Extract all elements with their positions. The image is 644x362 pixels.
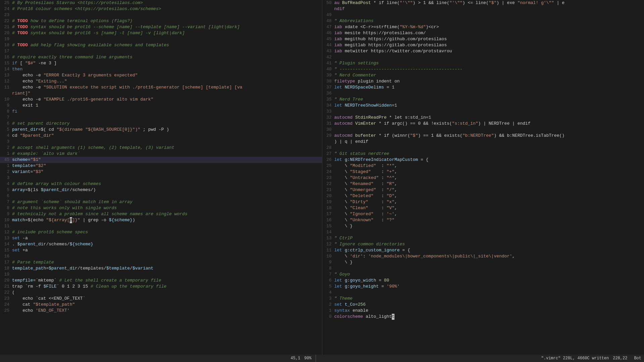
table-row: 3 — [0, 139, 322, 145]
table-row: 31 autocmd VimEnter * if argc() == 0 && … — [322, 121, 644, 127]
table-row: 40 " -----------------------------------… — [322, 66, 644, 72]
table-row: 1 template="$2" — [0, 163, 322, 169]
table-row: 24 # Prot16 colour schemes <https://prot… — [0, 6, 322, 12]
table-row: 13 " CtrlP — [322, 235, 644, 241]
table-row: 17 # Parse template — [0, 259, 322, 265]
table-row: 20 tempfile=`mktemp` # Let the shell cre… — [0, 278, 322, 284]
table-row: 38 filetype plugin indent on — [322, 78, 644, 84]
table-row: 16 — [0, 253, 322, 259]
table-row: 23 \ "Untracked" : "^", — [322, 175, 644, 181]
left-percent: 90% — [304, 356, 312, 361]
vim-mode-bot: Bot — [631, 356, 644, 361]
table-row: 2 set t_Co=256 — [322, 302, 644, 308]
table-row: riant]" — [0, 90, 322, 97]
right-pane: 50 au BufReadPost * if line("'\"") > 1 &… — [322, 0, 644, 355]
table-row: 35 " Nerd Tree — [322, 97, 644, 103]
table-row: 7 " Goyo — [322, 272, 644, 278]
table-row: 7 — [0, 115, 322, 121]
table-row: 22 ( — [0, 290, 322, 296]
table-row: 6 let g:goyo_width = 80 — [322, 278, 644, 284]
table-row: 24 \ "Staged" : "+", — [322, 169, 644, 175]
table-row: 47 iab xdate <C-r>=strftime("%Y-%m-%d")<… — [322, 24, 644, 30]
table-row: 12 " Ignore common directories — [322, 241, 644, 247]
table-row: 26 let g:NERDTreeIndicatorMapCustom = { — [322, 157, 644, 163]
left-position: 45,1 — [290, 356, 300, 361]
table-row: 33 — [322, 109, 644, 115]
table-row: 20 \ "Deleted" : "D", — [322, 193, 644, 199]
right-status: ".vimrc" 228L, 4660C written 228,22 — [316, 356, 632, 361]
table-row: 17 \ "Ignored" : '~', — [322, 211, 644, 217]
table-row: 48 " Abbreviations — [322, 18, 644, 24]
table-row: 25 \ "Modified" : "*", — [322, 163, 644, 169]
table-row: 1 # example: `alto vim dark` — [0, 151, 322, 157]
table-row: 15 set +a — [0, 247, 322, 253]
table-row: 28 — [322, 145, 644, 151]
table-row: 5 let g:goyo_height = '90%' — [322, 284, 644, 290]
table-row: 50 au BufReadPost * if line("'\"") > 1 &… — [322, 0, 644, 6]
table-row: 3 " Theme — [322, 296, 644, 302]
table-row: 39 " Nerd Commenter — [322, 72, 644, 78]
table-row: 22 \ "Renamed" : "R", — [322, 181, 644, 187]
table-row: 18 # TODO add help flag showing availabl… — [0, 42, 322, 48]
table-row: 5 parent_dir=$( cd "$(dirname "${BASH_SO… — [0, 127, 322, 133]
table-row: 41 " Plugin settings — [322, 60, 644, 66]
table-row: 9 # technically not a problem since all … — [0, 211, 322, 217]
table-row: 49 — [322, 12, 644, 18]
table-row: 9 \ } — [322, 259, 644, 265]
table-row: 12 # include prot16 scheme specs — [0, 229, 322, 235]
table-row: 32 autocmd StdinReadPre * let s:std_in=1 — [322, 115, 644, 121]
left-code-area[interactable]: 25 # By Protesilaos Stavrou <https://pro… — [0, 0, 322, 355]
table-row: 11 let g:ctrlp_custom_ignore = { — [322, 247, 644, 253]
status-bar: 45,1 90% ".vimrc" 228L, 4660C written 22… — [0, 355, 644, 362]
table-row: 4 — [322, 290, 644, 296]
table-row: 19 \ "Dirty" : "x", — [322, 199, 644, 205]
table-row: 14 then — [0, 66, 322, 72]
table-row: 24 cat "$template_path" — [0, 302, 322, 308]
table-row: 29 autocmd bufenter * if (winnr("$") == … — [322, 133, 644, 139]
table-row: 42 — [322, 54, 644, 60]
table-row: 27 " Git status nerdtree — [322, 151, 644, 157]
table-row: 15 if [ "$#" -ne 3 ] — [0, 60, 322, 66]
table-row: 23 — [0, 12, 322, 18]
table-row: 18 \ "Clean" : "V", — [322, 205, 644, 211]
table-row: 44 iab megitlab https://gitlab.com/prote… — [322, 42, 644, 48]
table-row: 0 colorscheme alto_lightt — [322, 314, 644, 320]
table-row: 5 array=$(ls $parent_dir/schemes/) — [0, 187, 322, 193]
table-row: 45 scheme="$1" — [0, 157, 322, 163]
table-row: 7 # argument `scheme` should match item … — [0, 199, 322, 205]
table-row: 10 echo -e "EXAMPLE ./prot16-generator a… — [0, 97, 322, 103]
right-position: 228,22 — [613, 356, 627, 361]
table-row: 18 template_path=$parent_dir/templates/$… — [0, 265, 322, 272]
editor-container: 25 # By Protesilaos Stavrou <https://pro… — [0, 0, 644, 355]
table-row: 25 # By Protesilaos Stavrou <https://pro… — [0, 0, 322, 6]
table-row: 6 — [0, 193, 322, 199]
table-row: 43 iab metwitter https://twitter.com/pro… — [322, 48, 644, 54]
right-code-area[interactable]: 50 au BufReadPost * if line("'\"") > 1 &… — [322, 0, 644, 355]
table-row: 6 # set parent directory — [0, 121, 322, 127]
table-row: 21 # TODO syntax should be prot16 --sche… — [0, 24, 322, 30]
table-row: 19 — [0, 272, 322, 278]
table-row: 14 . $parent_dir/schemes/${scheme} — [0, 241, 322, 247]
table-row: 9 exit 1 — [0, 103, 322, 109]
table-row: 4 # define array with colour schemes — [0, 181, 322, 187]
table-row: 30 — [322, 127, 644, 133]
table-row: 8 # note this works only with single wor… — [0, 205, 322, 211]
table-row: 20 # TODO syntax should be prot16 -s [na… — [0, 30, 322, 36]
table-row: 11 — [0, 223, 322, 229]
table-row: 21 trap `rm -f $FILE` 0 1 2 3 15 # Clean… — [0, 284, 322, 290]
table-row: 46 iab mesite https://protesilaos.com/ — [322, 30, 644, 36]
left-status: 45,1 90% — [0, 356, 316, 361]
table-row: 19 — [0, 36, 322, 42]
table-row: 25 echo 'END_OF_TEXT' — [0, 308, 322, 314]
table-row: ) | q | endif — [322, 139, 644, 145]
table-row: 16 \ "Unknown" : "?" — [322, 217, 644, 223]
table-row: 11 echo -e "SOLUTION execute the script … — [0, 84, 322, 90]
table-row: 4 cd "$parent_dir" — [0, 133, 322, 139]
table-row: 37 let NERDSpaceDelims = 1 — [322, 84, 644, 90]
table-row: 1 syntax enable — [322, 308, 644, 314]
table-row: 14 — [322, 229, 644, 235]
table-row: 23 echo `cat <<END_OF_TEXT` — [0, 296, 322, 302]
table-row: 17 — [0, 48, 322, 54]
left-pane: 25 # By Protesilaos Stavrou <https://pro… — [0, 0, 322, 355]
table-row: 45 iab megithub https://github.com/prote… — [322, 36, 644, 42]
